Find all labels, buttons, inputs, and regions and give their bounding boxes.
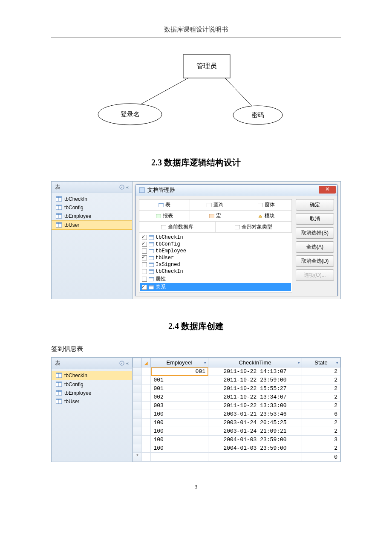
cell-time[interactable]: 2003-01-21 23:53:46 <box>208 410 302 419</box>
nav-collapse-icon[interactable]: « <box>119 361 129 366</box>
list-item[interactable]: tbEmployee <box>140 248 291 254</box>
nav-item-tbconfig[interactable]: tbConfig <box>52 380 132 389</box>
cell-emp[interactable]: 003 <box>151 402 208 410</box>
cell-state[interactable]: 2 <box>302 393 340 402</box>
checkbox-icon[interactable] <box>142 235 147 240</box>
cell-state[interactable]: 2 <box>302 384 340 393</box>
checkin-datasheet[interactable]: ◢ EmployeeI▾ CheckInTime▾ State▾ 0012011… <box>133 358 340 462</box>
cell-state[interactable]: 2 <box>302 402 340 410</box>
tab-currentdb[interactable]: 当前数据库 <box>139 222 216 233</box>
table-row[interactable]: 0012011-10-22 15:55:272 <box>133 384 340 393</box>
nav-item-tbemployee[interactable]: tbEmployee <box>52 212 132 220</box>
list-item[interactable]: tbUser <box>140 254 291 261</box>
options-button[interactable]: 选项(O)... <box>296 269 334 281</box>
cell-emp[interactable]: 100 <box>151 419 208 427</box>
row-selector[interactable] <box>133 384 142 393</box>
checkbox-icon[interactable] <box>142 255 147 260</box>
nav-collapse-icon[interactable]: « <box>119 185 129 190</box>
row-selector[interactable] <box>133 402 142 410</box>
nav-item-tbconfig[interactable]: tbConfig <box>52 203 132 212</box>
table-row[interactable]: 0022011-10-22 13:34:072 <box>133 393 340 402</box>
cell-time[interactable]: 2011-10-22 15:55:27 <box>208 384 302 393</box>
tab-forms[interactable]: 窗体 <box>241 199 292 211</box>
row-selector[interactable] <box>133 444 142 453</box>
selectall-button[interactable]: 全选(A) <box>296 241 334 253</box>
checkbox-icon[interactable] <box>142 285 147 290</box>
cell-time[interactable]: 2004-01-03 23:59:00 <box>208 436 302 444</box>
cell-state[interactable]: 2 <box>302 427 340 436</box>
cell-emp[interactable]: 100 <box>151 436 208 444</box>
cell-time[interactable]: 2011-10-22 13:33:00 <box>208 402 302 410</box>
list-item[interactable]: 关系 <box>140 283 291 291</box>
cell-emp[interactable]: 100 <box>151 427 208 436</box>
cell-time[interactable]: 2011-10-22 13:34:07 <box>208 393 302 402</box>
new-row[interactable]: *0 <box>133 453 340 462</box>
tab-reports[interactable]: 报表 <box>139 211 190 222</box>
row-selector[interactable] <box>133 436 142 444</box>
password-label: 密码 <box>251 112 264 119</box>
tab-modules[interactable]: 模块 <box>241 211 292 222</box>
row-selector[interactable] <box>133 410 142 419</box>
cell-emp[interactable]: 002 <box>151 393 208 402</box>
table-row[interactable]: 1002003-01-21 23:53:466 <box>133 410 340 419</box>
cancel-button[interactable]: 取消 <box>296 213 334 225</box>
nav-item-tbuser[interactable]: tbUser <box>52 397 132 406</box>
row-selector[interactable] <box>133 419 142 427</box>
row-selector[interactable] <box>133 376 142 384</box>
row-selector[interactable] <box>133 393 142 402</box>
cell-emp[interactable]: 001 <box>151 376 208 384</box>
cell-emp[interactable]: 001 <box>151 384 208 393</box>
table-row[interactable]: 1002003-01-24 20:45:252 <box>133 419 340 427</box>
tab-macros[interactable]: 宏 <box>190 211 241 222</box>
object-icon <box>149 242 154 246</box>
row-selector[interactable] <box>133 427 142 436</box>
col-employeeid[interactable]: EmployeeI▾ <box>151 358 208 367</box>
list-item[interactable]: tbCheckIn <box>140 234 291 241</box>
cell-state[interactable]: 2 <box>302 367 340 376</box>
cell-state[interactable]: 2 <box>302 444 340 453</box>
close-button[interactable]: ✕ <box>319 186 336 194</box>
cell-time[interactable]: 2003-01-24 21:09:21 <box>208 427 302 436</box>
list-item[interactable]: IsSigned <box>140 261 291 268</box>
list-item[interactable]: tbCheckIn <box>140 268 291 275</box>
table-row[interactable]: 1002004-01-03 23:59:003 <box>133 436 340 444</box>
tab-tables[interactable]: 表 <box>139 199 190 211</box>
table-row[interactable]: 1002004-01-03 23:59:002 <box>133 444 340 453</box>
nav-item-tbcheckin[interactable]: tbCheckIn <box>52 195 132 203</box>
col-checkintime[interactable]: CheckInTime▾ <box>208 358 302 367</box>
checkbox-icon[interactable] <box>142 277 147 282</box>
cell-state[interactable]: 2 <box>302 419 340 427</box>
table-row[interactable]: 0012011-10-22 14:13:072 <box>133 367 340 376</box>
cell-emp[interactable]: 100 <box>151 410 208 419</box>
cell-time[interactable]: 2011-10-22 14:13:07 <box>208 367 302 376</box>
deselect-button[interactable]: 取消选择(S) <box>296 227 334 239</box>
cell-state[interactable]: 3 <box>302 436 340 444</box>
checkbox-icon[interactable] <box>142 249 147 254</box>
cell-state[interactable]: 6 <box>302 410 340 419</box>
cell-state[interactable]: 2 <box>302 376 340 384</box>
cell-time[interactable]: 2003-01-24 20:45:25 <box>208 419 302 427</box>
nav-item-tbemployee[interactable]: tbEmployee <box>52 389 132 397</box>
row-selector[interactable] <box>133 367 142 376</box>
tab-queries[interactable]: 查询 <box>190 199 241 211</box>
ok-button[interactable]: 确定 <box>296 199 334 211</box>
nav-item-tbcheckin[interactable]: tbCheckIn <box>52 371 132 380</box>
checkbox-icon[interactable] <box>142 262 147 267</box>
col-state[interactable]: State▾ <box>302 358 340 367</box>
checkbox-icon[interactable] <box>142 269 147 274</box>
cell-emp[interactable]: 001 <box>151 367 208 376</box>
cell-time[interactable]: 2011-10-22 23:59:00 <box>208 376 302 384</box>
row-selector-header[interactable] <box>133 358 142 367</box>
checkbox-icon[interactable] <box>142 242 147 247</box>
table-row[interactable]: 0012011-10-22 23:59:002 <box>133 376 340 384</box>
table-row[interactable]: 1002003-01-24 21:09:212 <box>133 427 340 436</box>
nav-item-tbuser[interactable]: tbUser <box>52 220 132 230</box>
tab-allobjects[interactable]: 全部对象类型 <box>216 222 292 233</box>
list-item[interactable]: 属性 <box>140 275 291 283</box>
table-icon <box>56 213 62 219</box>
cell-emp[interactable]: 100 <box>151 444 208 453</box>
cell-time[interactable]: 2004-01-03 23:59:00 <box>208 444 302 453</box>
list-item[interactable]: tbConfig <box>140 241 291 248</box>
table-row[interactable]: 0032011-10-22 13:33:002 <box>133 402 340 410</box>
deselectall-button[interactable]: 取消全选(D) <box>296 255 334 267</box>
